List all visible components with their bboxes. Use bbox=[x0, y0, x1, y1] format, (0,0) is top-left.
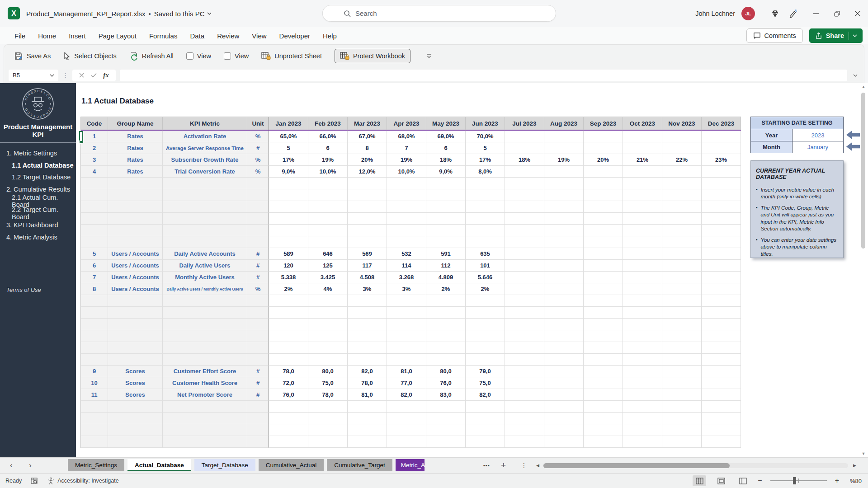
cell-value[interactable] bbox=[584, 272, 623, 283]
cell-empty[interactable] bbox=[544, 330, 584, 342]
column-header-month[interactable]: May 2023 bbox=[426, 117, 466, 131]
cell-empty[interactable] bbox=[108, 189, 163, 201]
sidebar-item-1-metric-settings[interactable]: 1. Metric Settings bbox=[0, 147, 76, 160]
column-header-month[interactable]: Dec 2023 bbox=[702, 117, 741, 131]
cell-empty[interactable] bbox=[247, 413, 269, 424]
cell-group[interactable]: Users / Accounts bbox=[108, 283, 163, 295]
cell-empty[interactable] bbox=[247, 236, 269, 248]
cell-value[interactable]: 120 bbox=[269, 260, 308, 272]
cell-value[interactable]: 9,0% bbox=[426, 166, 466, 178]
cell-value[interactable]: 82,0 bbox=[348, 366, 387, 377]
cell-metric[interactable]: Monthly Active Users bbox=[163, 272, 247, 283]
cell-empty[interactable] bbox=[348, 330, 387, 342]
cell-value[interactable] bbox=[623, 283, 662, 295]
cell-value[interactable]: 78,0 bbox=[308, 389, 348, 401]
cell-empty[interactable] bbox=[544, 213, 584, 225]
cell-empty[interactable] bbox=[584, 319, 623, 330]
cell-empty[interactable] bbox=[163, 295, 247, 307]
formula-input[interactable] bbox=[120, 70, 847, 81]
cell-value[interactable] bbox=[584, 131, 623, 142]
cell-empty[interactable] bbox=[584, 424, 623, 436]
sheet-tab-metric-a[interactable]: Metric_A bbox=[396, 459, 425, 471]
column-header-month[interactable]: Oct 2023 bbox=[623, 117, 662, 131]
cell-value[interactable] bbox=[544, 248, 584, 260]
cell-value[interactable]: 66,0% bbox=[308, 131, 348, 142]
cell-empty[interactable] bbox=[387, 178, 426, 189]
share-button[interactable]: Share bbox=[809, 28, 863, 43]
cell-metric[interactable]: Activation Rate bbox=[163, 131, 247, 142]
cell-empty[interactable] bbox=[348, 354, 387, 366]
cell-value[interactable]: 17% bbox=[466, 154, 505, 166]
cell-value[interactable]: 8 bbox=[348, 142, 387, 154]
cell-empty[interactable] bbox=[505, 178, 544, 189]
cell-empty[interactable] bbox=[81, 401, 108, 413]
cell-empty[interactable] bbox=[247, 436, 269, 448]
vertical-scrollbar[interactable]: ▲ ▼ bbox=[860, 84, 867, 456]
tabbar-kebab-icon[interactable]: ⋮ bbox=[521, 458, 527, 473]
cell-value[interactable]: 12,0% bbox=[348, 166, 387, 178]
cell-empty[interactable] bbox=[308, 342, 348, 354]
cell-empty[interactable] bbox=[544, 436, 584, 448]
cell-value[interactable]: 78,0 bbox=[269, 366, 308, 377]
cell-empty[interactable] bbox=[308, 354, 348, 366]
cell-unit[interactable]: # bbox=[247, 389, 269, 401]
unprotect-sheet-button[interactable]: Unprotect Sheet bbox=[261, 52, 322, 61]
cell-empty[interactable] bbox=[544, 201, 584, 213]
cell-empty[interactable] bbox=[426, 401, 466, 413]
cell-code[interactable]: 8 bbox=[81, 283, 108, 295]
cell-empty[interactable] bbox=[308, 436, 348, 448]
cell-empty[interactable] bbox=[702, 213, 741, 225]
hscroll-right-icon[interactable]: ▶ bbox=[853, 458, 856, 473]
cell-value[interactable] bbox=[662, 166, 702, 178]
cell-value[interactable]: 3.425 bbox=[308, 272, 348, 283]
new-sheet-icon[interactable]: + bbox=[501, 458, 506, 473]
cell-empty[interactable] bbox=[662, 319, 702, 330]
cell-empty[interactable] bbox=[269, 413, 308, 424]
cell-value[interactable] bbox=[623, 131, 662, 142]
scroll-down-icon[interactable]: ▼ bbox=[860, 451, 867, 456]
comments-button[interactable]: Comments bbox=[746, 28, 803, 43]
cell-metric[interactable]: Subscriber Growth Rate bbox=[163, 154, 247, 166]
cell-value[interactable]: 72,0 bbox=[269, 377, 308, 389]
vertical-scroll-thumb[interactable] bbox=[861, 93, 865, 249]
cell-value[interactable]: 6 bbox=[308, 142, 348, 154]
cell-empty[interactable] bbox=[81, 225, 108, 236]
cell-empty[interactable] bbox=[466, 295, 505, 307]
cell-empty[interactable] bbox=[584, 189, 623, 201]
cell-empty[interactable] bbox=[348, 225, 387, 236]
cell-empty[interactable] bbox=[247, 424, 269, 436]
date-setting-label-month[interactable]: Month bbox=[751, 141, 793, 153]
cell-empty[interactable] bbox=[308, 236, 348, 248]
cell-empty[interactable] bbox=[387, 401, 426, 413]
cell-empty[interactable] bbox=[426, 307, 466, 319]
cell-empty[interactable] bbox=[426, 354, 466, 366]
cell-empty[interactable] bbox=[269, 354, 308, 366]
cell-empty[interactable] bbox=[269, 319, 308, 330]
cell-empty[interactable] bbox=[466, 424, 505, 436]
cell-empty[interactable] bbox=[623, 436, 662, 448]
cell-empty[interactable] bbox=[269, 201, 308, 213]
cell-empty[interactable] bbox=[108, 307, 163, 319]
cell-value[interactable] bbox=[584, 366, 623, 377]
cell-empty[interactable] bbox=[544, 189, 584, 201]
ribbon-tab-view[interactable]: View bbox=[245, 27, 273, 44]
cell-value[interactable] bbox=[544, 131, 584, 142]
cell-unit[interactable]: % bbox=[247, 131, 269, 142]
cell-value[interactable] bbox=[584, 283, 623, 295]
formula-bar-kebab-icon[interactable]: ⋮ bbox=[62, 72, 68, 79]
cell-empty[interactable] bbox=[163, 201, 247, 213]
column-header-month[interactable]: Feb 2023 bbox=[308, 117, 348, 131]
cell-empty[interactable] bbox=[505, 342, 544, 354]
cell-empty[interactable] bbox=[348, 401, 387, 413]
cell-value[interactable]: 101 bbox=[466, 260, 505, 272]
cell-value[interactable] bbox=[702, 142, 741, 154]
cell-metric[interactable]: Customer Effort Score bbox=[163, 366, 247, 377]
cell-metric[interactable]: Trial Conversion Rate bbox=[163, 166, 247, 178]
cell-empty[interactable] bbox=[702, 307, 741, 319]
date-setting-value-month[interactable]: January bbox=[793, 141, 843, 153]
ribbon-tab-data[interactable]: Data bbox=[184, 27, 211, 44]
cell-empty[interactable] bbox=[623, 201, 662, 213]
cell-empty[interactable] bbox=[584, 213, 623, 225]
cell-empty[interactable] bbox=[505, 436, 544, 448]
cell-empty[interactable] bbox=[426, 201, 466, 213]
